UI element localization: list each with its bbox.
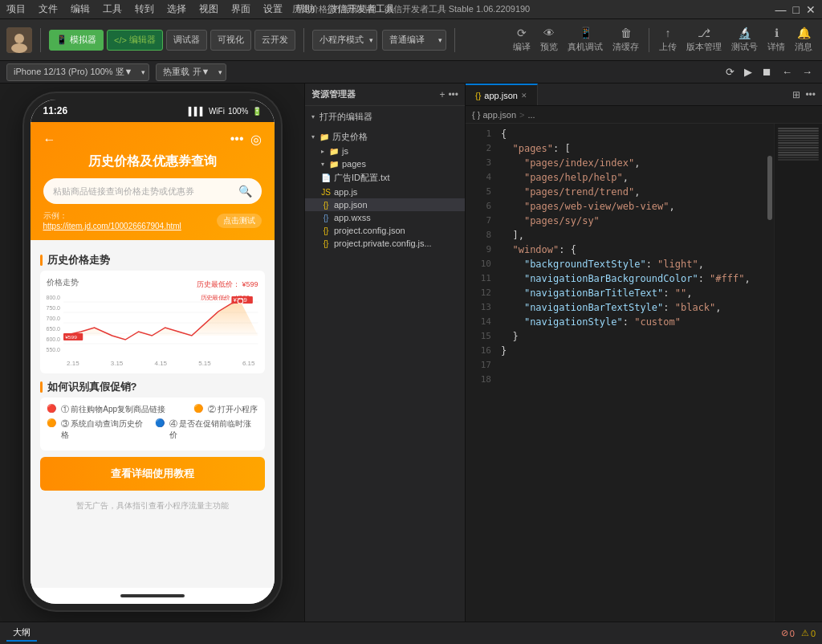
minimap-line-7	[778, 142, 819, 144]
y-axis-650: 650.0	[47, 326, 61, 332]
window-title: 历史价格_刀客源码网 - 微信开发者工具 Stable 1.06.2209190	[292, 3, 530, 15]
code-line-5: "pages/trend/trend",	[501, 185, 759, 199]
battery-icon: 100%	[228, 107, 249, 116]
clearcache-btn[interactable]: 🗑 清缓存	[609, 26, 642, 53]
breadcrumb-path: ...	[528, 110, 535, 120]
menu-item-settings[interactable]: 设置	[263, 2, 283, 16]
line-10: 10	[469, 257, 491, 271]
simulator-button[interactable]: 📱 模拟器	[49, 30, 104, 51]
open-editors-label: 打开的编辑器	[319, 111, 372, 123]
tab-appjson[interactable]: {} app.json ✕	[466, 84, 538, 105]
menu-item-view[interactable]: 视图	[199, 2, 218, 16]
menu-item-edit[interactable]: 编辑	[71, 2, 90, 16]
project-root[interactable]: 📁 历史价格	[305, 129, 465, 145]
notice-btn[interactable]: 🔔 消息	[791, 26, 816, 53]
search-bar[interactable]: 粘贴商品链接查询价格走势或优惠券 🔍	[43, 178, 262, 204]
editor-more-icon[interactable]: •••	[805, 89, 816, 100]
line-16: 16	[469, 344, 491, 358]
search-icon[interactable]: 🔍	[238, 185, 252, 198]
signal-icon: ▌▌▌	[189, 107, 206, 116]
chart-svg: ¥599 历史最低价：¥599 ¥799	[63, 291, 258, 356]
open-editors-header[interactable]: 打开的编辑器	[305, 109, 465, 124]
menu-item-select[interactable]: 选择	[167, 2, 186, 16]
minimap	[774, 124, 822, 622]
back-button[interactable]: ←	[779, 64, 796, 79]
file-item-projectconfig[interactable]: {} project.config.json	[305, 224, 465, 237]
phone-notch: 11:26 ▌▌▌ WiFi 100% 🔋	[31, 100, 275, 122]
test-btn[interactable]: 🔬 测试号	[728, 26, 761, 53]
menu-item-file[interactable]: 文件	[39, 2, 58, 16]
project-section: 📁 历史价格 📁 js 📁 pages 📄 广告ID配置.txt	[305, 128, 465, 251]
section1-title: 历史价格走势	[47, 253, 110, 267]
maximize-button[interactable]: □	[793, 3, 800, 16]
preview-btn[interactable]: 👁 预览	[537, 26, 561, 53]
adconfig-label: 广告ID配置.txt	[334, 172, 390, 184]
svg-point-2	[11, 43, 27, 53]
version-btn[interactable]: ⎇ 版本管理	[683, 26, 725, 53]
test-button[interactable]: 点击测试	[217, 214, 262, 228]
upload-btn[interactable]: ↑ 上传	[656, 26, 680, 53]
editor-scrollbar[interactable]	[766, 124, 774, 622]
share-icon[interactable]: ◎	[250, 132, 262, 147]
more-actions-icon[interactable]: •••	[448, 89, 458, 100]
tab-close-icon[interactable]: ✕	[521, 92, 527, 100]
line-13: 13	[469, 300, 491, 315]
search-placeholder: 粘贴商品链接查询价格走势或优惠券	[53, 185, 232, 198]
menu-item-tools[interactable]: 工具	[103, 2, 122, 16]
line-2: 2	[469, 141, 491, 156]
debugger-button[interactable]: 调试器	[166, 30, 207, 51]
file-item-projectprivate[interactable]: {} project.private.config.js...	[305, 237, 465, 250]
menu-item-project[interactable]: 项目	[6, 2, 26, 16]
minimize-button[interactable]: —	[775, 3, 787, 16]
example-link[interactable]: https://item.jd.com/100026667904.html	[43, 222, 181, 230]
mode-select[interactable]: 小程序模式	[312, 30, 377, 51]
forward-button[interactable]: →	[799, 64, 816, 79]
code-content[interactable]: { "pages": [ "pages/index/index", "pages…	[494, 124, 766, 622]
reload-button[interactable]: ⟳	[722, 64, 738, 79]
line-9: 9	[469, 243, 491, 257]
minimap-line-12	[778, 154, 819, 156]
file-item-js[interactable]: 📁 js	[305, 145, 465, 157]
visualize-button[interactable]: 可视化	[210, 30, 251, 51]
example-row: 示例： https://item.jd.com/100026667904.htm…	[43, 210, 262, 230]
menu-item-ui[interactable]: 界面	[231, 2, 250, 16]
close-button[interactable]: ✕	[806, 3, 816, 16]
file-item-pages[interactable]: 📁 pages	[305, 157, 465, 170]
device-select[interactable]: iPhone 12/13 (Pro) 100% 竖▼	[6, 63, 149, 81]
stop-button[interactable]: ⏹	[759, 64, 775, 79]
how-icon-4: 🔵	[155, 418, 165, 427]
line-1: 1	[469, 127, 491, 141]
split-editor-icon[interactable]: ⊞	[792, 89, 800, 100]
compile-select[interactable]: 普通编译	[382, 30, 446, 51]
file-item-appwxss[interactable]: {} app.wxss	[305, 211, 465, 224]
compile-btn[interactable]: ⟳ 编译	[510, 26, 534, 53]
appwxss-icon: {}	[321, 214, 331, 222]
notice-icon: 🔔	[797, 26, 811, 39]
error-icon: ⊘	[781, 628, 788, 638]
how-section: 🔴 ① 前往购物App复制商品链接 🟠 ② 打开小程序 🟠 ③ 系统自动查询历史…	[40, 397, 265, 450]
line-7: 7	[469, 214, 491, 228]
back-arrow-icon[interactable]: ←	[43, 132, 56, 147]
section2-title: 如何识别真假促销?	[47, 380, 137, 394]
file-item-appjs[interactable]: JS app.js	[305, 185, 465, 198]
detail-btn[interactable]: ℹ 详情	[764, 26, 788, 53]
pages-folder-label: pages	[342, 159, 366, 169]
file-item-appjson[interactable]: {} app.json	[305, 198, 465, 211]
file-item-adconfig[interactable]: 📄 广告ID配置.txt	[305, 170, 465, 185]
more-icon[interactable]: •••	[230, 132, 244, 147]
tutorial-button[interactable]: 查看详细使用教程	[40, 457, 265, 491]
line-15: 15	[469, 329, 491, 344]
devtools-btn[interactable]: 📱 真机调试	[564, 26, 606, 53]
phone-status: ▌▌▌ WiFi 100% 🔋	[189, 107, 262, 116]
hotreload-select[interactable]: 热重载 开▼	[156, 63, 226, 81]
new-file-icon[interactable]: +	[439, 89, 445, 100]
editor-button[interactable]: </> 编辑器	[107, 30, 163, 51]
y-axis-700: 700.0	[47, 316, 61, 321]
menu-item-goto[interactable]: 转到	[135, 2, 154, 16]
cloud-button[interactable]: 云开发	[254, 30, 295, 51]
play-button[interactable]: ▶	[741, 64, 755, 79]
scrollbar-thumb	[767, 156, 772, 220]
avatar[interactable]	[6, 27, 32, 53]
line-14: 14	[469, 315, 491, 329]
panel-tab-outline[interactable]: 大纲	[6, 625, 37, 642]
